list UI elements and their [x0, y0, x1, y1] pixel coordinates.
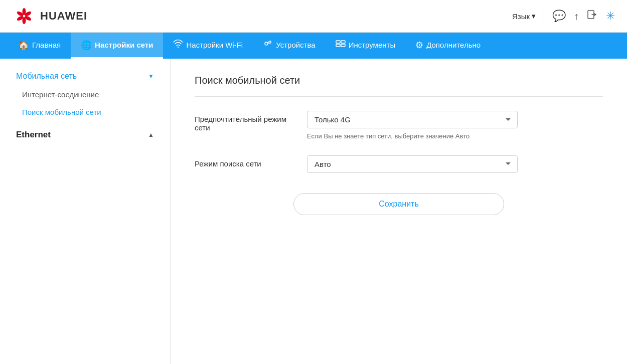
nav-label-additional: Дополнительно — [426, 41, 481, 49]
search-mode-row: Режим поиска сети Авто Вручную — [195, 155, 603, 173]
sidebar-section-ethernet[interactable]: Ethernet ▲ — [0, 125, 170, 145]
devices-icon — [263, 40, 273, 50]
nav-item-wifi-settings[interactable]: Настройки Wi-Fi — [163, 33, 253, 59]
nav-item-tools[interactable]: Инструменты — [326, 33, 406, 59]
preferred-mode-select[interactable]: Только 4G Авто Только 3G Только 2G — [307, 111, 518, 128]
preferred-mode-hint: Если Вы не знаете тип сети, выберите зна… — [307, 131, 518, 141]
svg-point-8 — [178, 47, 179, 48]
language-label: Язык — [512, 12, 530, 21]
header-divider — [544, 10, 544, 22]
save-button[interactable]: Сохранить — [293, 193, 504, 215]
search-mode-select[interactable]: Авто Вручную — [307, 155, 518, 173]
search-mode-label: Режим поиска сети — [195, 155, 295, 168]
preferred-mode-row: Предпочтительный режим сети Только 4G Ав… — [195, 111, 603, 141]
nav-label-home: Главная — [32, 41, 61, 49]
sidebar-section-mobile-items: Интернет-соединение Поиск мобильной сети — [0, 86, 170, 121]
sidebar-section-mobile-label: Мобильная сеть — [16, 72, 77, 81]
nav-item-devices[interactable]: Устройства — [253, 33, 325, 59]
svg-rect-12 — [336, 41, 340, 43]
wifi-icon — [173, 40, 183, 50]
sidebar-item-internet-connection[interactable]: Интернет-соединение — [0, 86, 170, 103]
home-icon: 🏠 — [18, 40, 29, 51]
additional-icon: ⚙ — [415, 40, 423, 51]
chevron-down-icon: ▾ — [532, 12, 536, 21]
sidebar-section-mobile[interactable]: Мобильная сеть ▼ — [0, 67, 170, 86]
upload-icon[interactable]: ↑ — [574, 11, 579, 22]
sidebar: Мобильная сеть ▼ Интернет-соединение Пои… — [0, 59, 171, 364]
logo-text: HUAWEI — [40, 10, 87, 23]
comment-icon[interactable]: 💬 — [552, 10, 566, 23]
logout-icon[interactable] — [587, 9, 598, 23]
preferred-mode-field: Только 4G Авто Только 3G Только 2G Если … — [307, 111, 518, 141]
svg-point-9 — [265, 42, 268, 45]
chevron-up-icon: ▲ — [148, 131, 154, 138]
sidebar-item-mobile-network-search[interactable]: Поиск мобильной сети — [0, 103, 170, 121]
logo: HUAWEI — [12, 7, 87, 25]
preferred-mode-label: Предпочтительный режим сети — [195, 111, 295, 132]
save-row: Сохранить — [195, 193, 603, 215]
search-mode-field: Авто Вручную — [307, 155, 518, 173]
main-layout: Мобильная сеть ▼ Интернет-соединение Пои… — [0, 59, 627, 364]
svg-rect-14 — [341, 41, 345, 43]
settings-spin-icon[interactable]: ✳ — [606, 10, 615, 23]
nav-label-tools: Инструменты — [349, 41, 396, 49]
nav-label-wifi-settings: Настройки Wi-Fi — [186, 41, 243, 49]
nav-label-devices: Устройства — [276, 41, 315, 49]
huawei-logo-icon — [12, 7, 36, 25]
chevron-down-icon: ▼ — [148, 73, 154, 80]
tools-icon — [336, 40, 346, 50]
svg-rect-15 — [341, 44, 345, 47]
nav-item-home[interactable]: 🏠 Главная — [8, 33, 71, 59]
nav-label-network-settings: Настройки сети — [95, 41, 153, 49]
nav-item-additional[interactable]: ⚙ Дополнительно — [405, 33, 491, 59]
sidebar-section-ethernet-label: Ethernet — [16, 130, 51, 140]
globe-icon: 🌐 — [81, 40, 92, 51]
language-button[interactable]: Язык ▾ — [512, 12, 536, 21]
header: HUAWEI Язык ▾ 💬 ↑ ✳ — [0, 0, 627, 33]
content-area: Поиск мобильной сети Предпочтительный ре… — [171, 59, 627, 364]
content-divider — [195, 96, 603, 97]
main-navigation: 🏠 Главная 🌐 Настройки сети Настройки Wi-… — [0, 33, 627, 59]
svg-point-10 — [269, 41, 271, 43]
header-right: Язык ▾ 💬 ↑ ✳ — [512, 9, 615, 23]
svg-rect-13 — [336, 44, 340, 47]
page-title: Поиск мобильной сети — [195, 75, 603, 86]
nav-item-network-settings[interactable]: 🌐 Настройки сети — [71, 33, 163, 59]
